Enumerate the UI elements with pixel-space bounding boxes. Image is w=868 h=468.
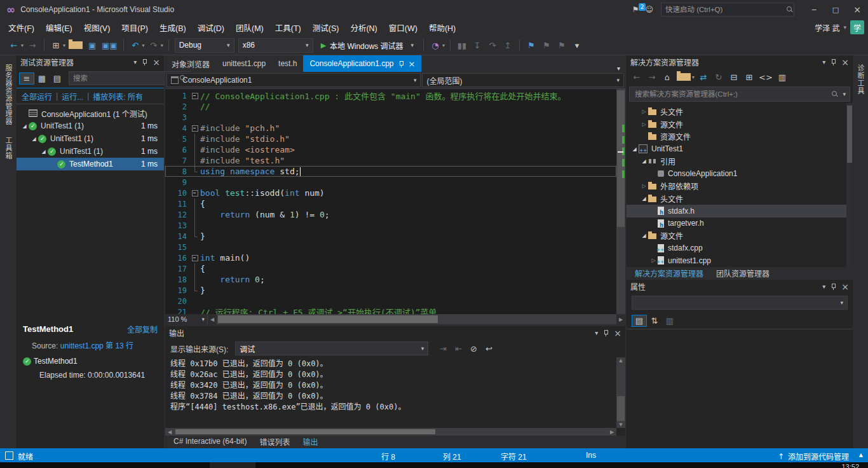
command-link-全部运行[interactable]: 全部运行 [22,91,52,102]
break-all-icon[interactable]: ▮▮ [455,40,469,51]
back-icon[interactable]: ← [630,72,644,83]
pin-icon[interactable] [831,59,836,65]
expander-icon[interactable]: ◢ [39,149,48,155]
solution-item-ConsoleApplication1[interactable]: ConsoleApplication1 [627,168,853,181]
open-file-icon[interactable] [69,41,83,49]
user-menu-caret-icon[interactable] [843,24,846,31]
refresh-icon[interactable]: ↻ [712,72,726,83]
document-tab-对象浏览器[interactable]: 对象浏览器 [165,55,216,72]
code-line-16[interactable]: 16int main() [165,252,616,263]
copy-all-link[interactable]: 全部复制 [127,324,158,334]
user-avatar[interactable]: 学 [850,20,864,34]
expander-icon[interactable]: ◢ [640,196,648,202]
maximize-button[interactable] [825,0,846,19]
menu-item-文件(F)[interactable]: 文件(F) [3,19,40,36]
solution-item-源文件[interactable]: ◢源文件 [627,230,853,242]
code-line-8[interactable]: 8using namespace std; [165,166,616,177]
bottom-tab-错误列表[interactable]: 错误列表 [254,435,295,450]
window-position-icon[interactable] [822,59,825,65]
properties-header[interactable]: 属性 [627,280,853,293]
tool-tab-服务器资源管理器[interactable]: 服务器资源管理器 [3,62,13,128]
profiler-icon[interactable]: ◔ [428,40,442,51]
add-to-source-control-button[interactable]: 添加到源代码管理 [778,451,849,462]
code-line-9[interactable]: 9 [165,177,616,188]
output-source-dropdown[interactable]: 调试 [235,341,428,355]
fold-collapse-icon[interactable] [190,252,200,263]
command-link-播放列表: 所有[interactable]: 播放列表: 所有 [93,91,143,102]
output-header[interactable]: 输出 [165,326,625,340]
code-line-15[interactable]: 15 [165,242,616,252]
pin-icon[interactable] [142,59,147,65]
fold-collapse-icon[interactable] [190,188,200,198]
switch-views-icon[interactable] [677,73,691,81]
close-icon[interactable] [153,57,160,67]
scroll-down-icon[interactable]: ▼ [616,422,625,427]
code-line-2[interactable]: 2// [165,101,616,112]
test-item-UnitTest1 (1)[interactable]: ◢UnitTest1 (1)1 ms [17,145,164,158]
step-into-icon[interactable]: ↧ [470,40,484,51]
menu-item-调试(D)[interactable]: 调试(D) [192,19,230,36]
solution-item-源文件[interactable]: ▷源文件 [627,118,853,131]
chevron-down-icon[interactable]: ▾ [161,43,163,48]
alphabetical-icon[interactable]: ⇅ [648,315,661,326]
menu-item-视图(V)[interactable]: 视图(V) [78,19,116,36]
solution-item-头文件[interactable]: ▷头文件 [627,106,853,118]
test-item-UnitTest1 (1)[interactable]: ◢UnitTest1 (1)1 ms [17,132,164,145]
menu-item-分析(N)[interactable]: 分析(N) [344,19,383,36]
command-link-运行...[interactable]: 运行... [62,91,83,102]
expander-icon[interactable]: ◢ [30,136,38,142]
bookmark-icon[interactable]: ⚑ [524,40,538,51]
solution-item-stdafx.h[interactable]: stdafx.h [627,205,853,217]
step-over-icon[interactable]: ↷ [485,40,499,51]
bottom-tab-输出[interactable]: 输出 [297,435,323,450]
chevron-down-icon[interactable]: ▾ [442,43,445,48]
start-debugging-button[interactable]: 本地 Windows 调试器 [315,40,419,51]
quick-launch-box[interactable] [661,3,794,17]
toolbar-overflow-icon[interactable]: ▾ [570,40,584,51]
document-tab-ConsoleApplication1.cpp[interactable]: ConsoleApplication1.cpp [303,55,421,72]
expander-icon[interactable]: ◢ [20,123,29,129]
close-button[interactable] [846,0,868,19]
code-line-13[interactable]: 13 [165,220,616,231]
pin-tab-icon[interactable] [398,60,404,67]
find-message-icon[interactable]: ⇥ [436,343,450,354]
fold-collapse-icon[interactable] [190,123,200,134]
zoom-dropdown[interactable]: 110 % [165,315,208,324]
menu-item-帮助(H)[interactable]: 帮助(H) [423,19,461,36]
scroll-right-icon[interactable]: ▶ [607,429,616,435]
tab-list-chevron-icon[interactable] [617,65,625,72]
expander-icon[interactable]: ◢ [640,233,648,238]
test-item-ConsoleApplication1 (1 个测试)[interactable]: ConsoleApplication1 (1 个测试) [17,107,164,120]
solution-item-引用[interactable]: ◢引用 [627,155,853,168]
properties-icon[interactable]: ▥ [775,72,789,83]
redo-icon[interactable]: ↷ [147,40,161,51]
output-horizontal-scrollbar[interactable]: ◀ ▶ [165,428,616,436]
menu-item-测试(S)[interactable]: 测试(S) [307,19,345,36]
expander-icon[interactable]: ▷ [640,121,648,127]
code-line-5[interactable]: 5#include "stdio.h" [165,134,616,144]
pin-icon[interactable] [831,283,836,290]
bottom-tab-C# Interactive (64-bit)[interactable]: C# Interactive (64-bit) [168,436,252,448]
minimize-button[interactable] [803,0,825,19]
menu-item-工具(T)[interactable]: 工具(T) [269,19,307,36]
group-by-icon[interactable]: ≡ [20,73,34,84]
menu-item-项目(P)[interactable]: 项目(P) [116,19,154,36]
window-position-icon[interactable] [595,329,598,336]
scroll-up-icon[interactable]: ▲ [616,358,625,363]
source-link[interactable]: unittest1.cpp 第 13 行 [60,341,133,350]
run-tests-after-build-icon[interactable]: ▤ [50,73,64,84]
close-icon[interactable] [614,328,621,338]
code-line-1[interactable]: 1// ConsoleApplication1.cpp : 此文件包含 "mai… [165,90,616,101]
quick-launch-input[interactable] [661,6,786,13]
solution-item-targetver.h[interactable]: targetver.h [627,217,853,230]
code-line-7[interactable]: 7#include "test.h" [165,155,616,166]
code-editor[interactable]: 1// ConsoleApplication1.cpp : 此文件包含 "mai… [165,89,625,314]
solution-item-头文件[interactable]: ◢头文件 [627,193,853,205]
scrollbar-thumb[interactable] [847,106,852,163]
undo-icon[interactable]: ↶ [128,40,142,51]
chevron-down-icon[interactable]: ▾ [692,74,695,80]
code-line-18[interactable]: 18 return 0; [165,274,616,285]
scrollbar-thumb[interactable] [617,396,625,421]
menu-item-生成(B)[interactable]: 生成(B) [154,19,192,36]
editor-horizontal-scrollbar[interactable] [217,314,616,324]
